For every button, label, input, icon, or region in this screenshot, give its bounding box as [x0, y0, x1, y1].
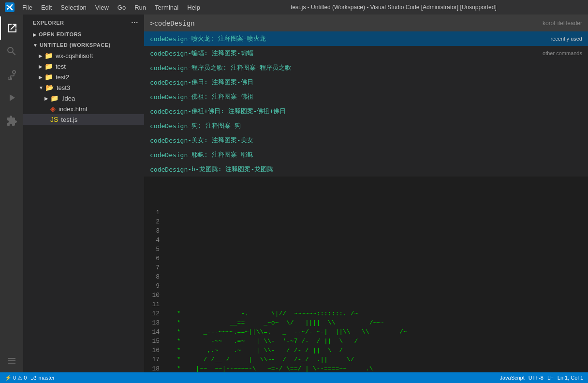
code-line: * -~~ .=~ | \\- '-~7 /- / || \ / — [173, 337, 588, 346]
menu-help[interactable]: Help — [183, 3, 204, 12]
sidebar-item-test-js[interactable]: ▶ JS test.js — [23, 114, 144, 125]
explorer-activity-icon[interactable] — [0, 16, 23, 40]
command-prefix: codeDesign — [150, 122, 188, 130]
sidebar-item-idea[interactable]: ▶ 📁 .idea — [23, 93, 144, 103]
title-bar: File Edit Selection View Go Run Terminal… — [0, 0, 588, 15]
command-suffix: -耶稣: 注释图案-耶稣 — [188, 150, 253, 159]
command-result-item[interactable]: codeDesign-喷火龙: 注释图案-喷火龙recently used — [144, 31, 588, 46]
code-line: * |~~ ~~|--~~~~-\ ~=-/ \==/ | \--====~~ … — [173, 364, 588, 372]
line-number: 13 — [144, 318, 163, 327]
workspace-label: UNTITLED (WORKSPACE) — [40, 42, 111, 48]
chevron-right-icon: ▶ — [39, 64, 43, 69]
command-result-item[interactable]: codeDesign-程序员之歌: 注释图案-程序员之歌 — [144, 60, 588, 75]
status-encoding[interactable]: UTF-8 — [529, 375, 544, 381]
code-line: * / /__ / | \\~- / /-_/ .|| \/ — [173, 355, 588, 364]
command-palette: koroFileHeader codeDesign-喷火龙: 注释图案-喷火龙r… — [144, 15, 588, 177]
profile-activity-icon[interactable] — [0, 349, 23, 372]
status-errors[interactable]: ⚡ 0 ⚠ 0 — [5, 375, 27, 381]
status-line-ending[interactable]: LF — [547, 375, 554, 381]
command-hint: koroFileHeader — [543, 20, 582, 27]
chevron-down-icon: ▼ — [33, 43, 38, 48]
command-result-item[interactable]: codeDesign-美女: 注释图案-美女 — [144, 133, 588, 147]
command-prefix: codeDesign — [150, 35, 188, 43]
folder-icon: 📁 — [44, 52, 53, 59]
sidebar-item-test2[interactable]: ▶ 📁 test2 — [23, 72, 144, 82]
chevron-right-icon: ▶ — [39, 53, 43, 59]
menu-selection[interactable]: Selection — [57, 3, 90, 12]
sidebar-header: EXPLORER ··· — [23, 15, 144, 29]
command-suffix: -程序员之歌: 注释图案-程序员之歌 — [188, 63, 291, 72]
code-line — [173, 254, 588, 263]
command-result-item[interactable]: codeDesign-佛祖+佛日: 注释图案-佛祖+佛日 — [144, 104, 588, 118]
command-prefix: codeDesign — [150, 151, 188, 159]
command-suffix: -蝙蝠: 注释图案-蝙蝠 — [188, 49, 253, 58]
command-prefix: codeDesign — [150, 108, 188, 115]
menu-go[interactable]: Go — [114, 3, 130, 12]
status-bar: ⚡ 0 ⚠ 0 ⎇ master JavaScript UTF-8 LF Ln … — [0, 372, 588, 383]
line-number: 18 — [144, 364, 163, 372]
vscode-logo-icon — [5, 2, 15, 12]
sidebar-item-test[interactable]: ▶ 📁 test — [23, 61, 144, 72]
sidebar-item-workspace[interactable]: ▼ UNTITLED (WORKSPACE) — [23, 40, 144, 50]
line-number: 17 — [144, 355, 163, 364]
sidebar-item-wx-cqshilisoft[interactable]: ▶ 📁 wx-cqshilisoft — [23, 50, 144, 61]
run-activity-icon[interactable] — [0, 86, 23, 109]
code-line — [173, 272, 588, 281]
search-activity-icon[interactable] — [0, 40, 23, 63]
status-position[interactable]: Ln 1, Col 1 — [558, 375, 583, 381]
line-number: 14 — [144, 327, 163, 337]
menu-edit[interactable]: Edit — [37, 3, 56, 12]
folder-icon: 📁 — [44, 62, 53, 70]
command-result-text: codeDesign-程序员之歌: 注释图案-程序员之歌 — [150, 63, 291, 72]
command-prefix: codeDesign — [150, 93, 188, 101]
command-suffix: -b-龙图腾: 注释图案-龙图腾 — [188, 165, 273, 174]
code-line — [173, 245, 588, 254]
sidebar-item-test3[interactable]: ▼ 📂 test3 — [23, 82, 144, 93]
command-result-item[interactable]: codeDesign-佛日: 注释图案-佛日 — [144, 75, 588, 89]
status-language[interactable]: JavaScript — [500, 375, 524, 381]
line-number: 4 — [144, 236, 163, 245]
folder-icon: 📁 — [44, 73, 53, 81]
menu-terminal[interactable]: Terminal — [151, 3, 182, 12]
extensions-activity-icon[interactable] — [0, 109, 23, 133]
source-control-activity-icon[interactable] — [0, 63, 23, 86]
line-number: 3 — [144, 226, 163, 236]
command-prefix: codeDesign — [150, 64, 188, 72]
command-result-text: codeDesign-喷火龙: 注释图案-喷火龙 — [150, 34, 266, 43]
chevron-right-icon: ▶ — [39, 74, 43, 80]
window-title: test.js - Untitled (Workspace) - Visual … — [204, 4, 583, 11]
command-result-text: codeDesign-佛祖+佛日: 注释图案-佛祖+佛日 — [150, 107, 286, 116]
folder-label: test2 — [56, 74, 69, 81]
command-result-item[interactable]: codeDesign-佛祖: 注释图案-佛祖 — [144, 89, 588, 104]
command-suffix: -美女: 注释图案-美女 — [188, 136, 253, 145]
command-result-item[interactable]: codeDesign-耶稣: 注释图案-耶稣 — [144, 147, 588, 162]
main-layout: EXPLORER ··· ▶ OPEN EDITORS ▼ UNTITLED (… — [0, 15, 588, 372]
line-number: 6 — [144, 254, 163, 263]
status-branch[interactable]: ⎇ master — [30, 375, 55, 381]
sidebar-item-open-editors[interactable]: ▶ OPEN EDITORS — [23, 29, 144, 40]
sidebar-more-icon[interactable]: ··· — [131, 18, 138, 27]
code-line: * ,.~ .~ | \\- / /- / || \ / — [173, 346, 588, 355]
menu-run[interactable]: Run — [131, 3, 150, 12]
code-line — [173, 300, 588, 309]
code-line — [173, 263, 588, 272]
code-line — [173, 217, 588, 226]
command-result-text: codeDesign-狗: 注释图案-狗 — [150, 121, 241, 130]
code-area[interactable]: * -. \|// ~~~~~~:::::::. /~ * __== _~o~ … — [168, 208, 588, 372]
command-result-item[interactable]: codeDesign-狗: 注释图案-狗 — [144, 118, 588, 133]
code-line: * _---~~~~.==~||\\=. _ --~/- ~-| ||\\ \\… — [173, 327, 588, 337]
code-line: * -. \|// ~~~~~~:::::::. /~ — [173, 309, 588, 318]
folder-icon: 📁 — [50, 94, 59, 102]
menu-file[interactable]: File — [18, 3, 36, 12]
line-number: 15 — [144, 337, 163, 346]
line-number: 8 — [144, 272, 163, 281]
chevron-right-icon: ▶ — [44, 96, 48, 101]
command-result-item[interactable]: codeDesign-蝙蝠: 注释图案-蝙蝠other commands — [144, 46, 588, 60]
code-line — [173, 291, 588, 300]
menu-view[interactable]: View — [91, 3, 113, 12]
command-palette-input[interactable] — [150, 19, 543, 27]
folder-label: .idea — [61, 95, 75, 102]
command-result-text: codeDesign-美女: 注释图案-美女 — [150, 136, 253, 145]
command-result-item[interactable]: codeDesign-b-龙图腾: 注释图案-龙图腾 — [144, 162, 588, 177]
sidebar-item-index-html[interactable]: ▶ ◈ index.html — [23, 103, 144, 114]
